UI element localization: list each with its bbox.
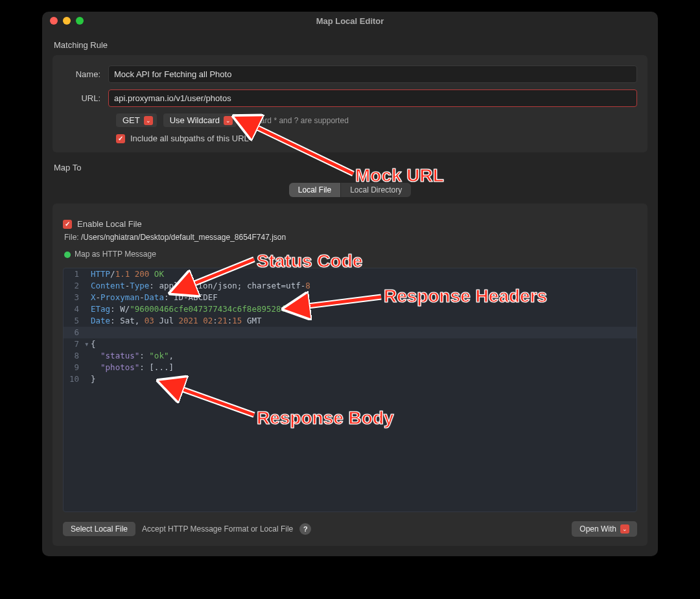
map-to-title: Map To	[54, 163, 648, 172]
wildcard-hint: wildcard * and ? are supported	[243, 116, 349, 125]
matching-rule-title: Matching Rule	[54, 40, 648, 50]
line-number: 8	[64, 350, 84, 362]
url-input[interactable]	[108, 89, 637, 107]
chevron-updown-icon: ⌄	[144, 116, 153, 125]
enable-local-file-label: Enable Local File	[77, 219, 142, 229]
chevron-down-icon: ⌄	[620, 524, 629, 534]
map-as-label: Map as HTTP Message	[75, 250, 156, 259]
line-number: 1	[64, 268, 84, 280]
method-select[interactable]: GET ⌄	[116, 113, 157, 127]
chevron-updown-icon: ⌄	[224, 116, 233, 125]
tab-local-file[interactable]: Local File	[289, 183, 340, 197]
matching-rule-panel: Name: URL: GET ⌄ Use Wildcard ⌄ wildcard…	[52, 55, 648, 152]
enable-local-file-checkbox[interactable]: ✓	[63, 220, 72, 229]
method-value: GET	[122, 115, 140, 125]
line-number: 2	[64, 280, 84, 292]
url-label: URL:	[63, 93, 108, 103]
line-number: 10	[64, 373, 84, 385]
status-dot-icon	[64, 252, 71, 258]
file-line: File: /Users/nghiatran/Desktop/default_m…	[64, 233, 637, 242]
map-as-line: Map as HTTP Message	[64, 250, 637, 259]
http-message-editor[interactable]: 1HTTP/1.1 200 OK 2Content-Type: applicat…	[63, 268, 637, 512]
titlebar: Map Local Editor	[42, 12, 658, 30]
mode-select[interactable]: Use Wildcard ⌄	[163, 113, 237, 127]
mapto-panel: ✓ Enable Local File File: /Users/nghiatr…	[52, 204, 648, 546]
file-path: /Users/nghiatran/Desktop/default_message…	[81, 233, 286, 242]
line-number: 3	[64, 292, 84, 303]
line-number: 6	[64, 327, 84, 338]
name-label: Name:	[63, 69, 108, 79]
help-icon[interactable]: ?	[299, 523, 311, 535]
open-with-button[interactable]: Open With ⌄	[572, 521, 637, 537]
line-number: 4	[64, 303, 84, 315]
line-number: 7	[64, 338, 84, 350]
select-local-file-button[interactable]: Select Local File	[63, 522, 135, 536]
include-subpaths-label: Include all subpaths of this URL	[130, 134, 249, 143]
accept-format-label: Accept HTTP Message Format or Local File	[142, 524, 293, 534]
map-local-editor-window: Map Local Editor Matching Rule Name: URL…	[42, 12, 658, 556]
tab-local-directory[interactable]: Local Directory	[340, 183, 411, 197]
open-with-label: Open With	[579, 524, 616, 534]
mode-value: Use Wildcard	[170, 115, 220, 125]
name-input[interactable]	[108, 65, 637, 83]
window-title: Map Local Editor	[42, 16, 658, 26]
file-prefix: File:	[64, 233, 81, 242]
line-number: 9	[64, 362, 84, 373]
line-number: 5	[64, 315, 84, 327]
mapto-tabs: Local File Local Directory	[289, 183, 411, 197]
include-subpaths-checkbox[interactable]: ✓	[116, 134, 125, 143]
